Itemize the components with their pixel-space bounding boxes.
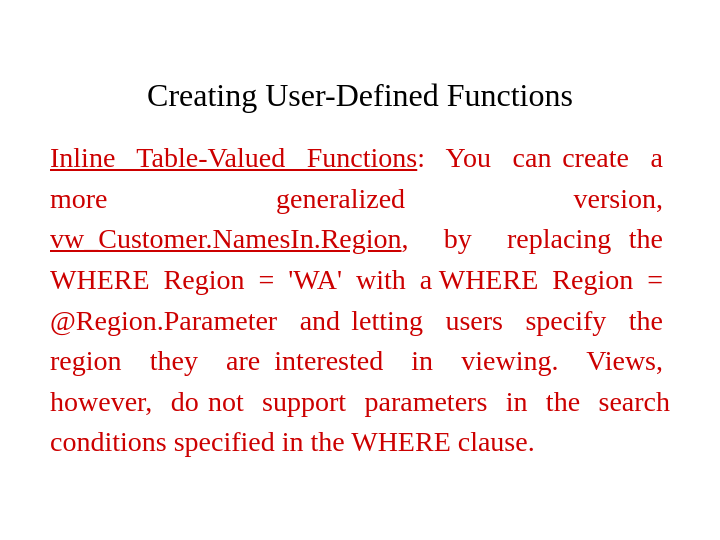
inline-table-valued-label: Inline Table-Valued Functions: [50, 142, 417, 173]
body-text-2: , by replacing the WHERE Region = 'WA' w…: [50, 223, 670, 457]
slide-container: Creating User-Defined Functions Inline T…: [0, 0, 720, 540]
slide-body: Inline Table-Valued Functions: You can c…: [50, 138, 670, 463]
slide-title: Creating User-Defined Functions: [147, 77, 573, 114]
function-name: vw_Customer.NamesIn.Region: [50, 223, 402, 254]
